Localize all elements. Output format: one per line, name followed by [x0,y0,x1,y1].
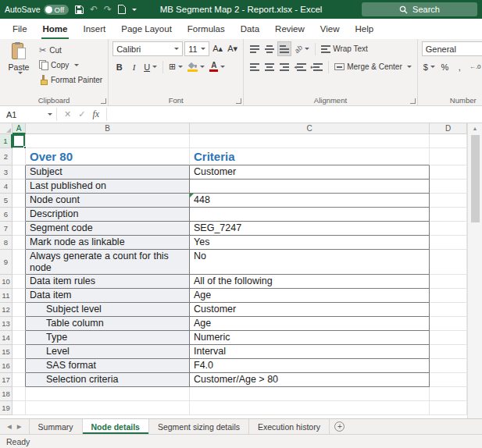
cell-b8[interactable]: Mark node as linkable [26,236,190,250]
cell-a14[interactable] [12,331,26,345]
cell-b15[interactable]: Level [26,345,190,359]
cell-a16[interactable] [12,359,26,373]
wrap-text-button[interactable]: Wrap Text [320,41,370,56]
cell-a9[interactable] [12,250,26,275]
cell-b2[interactable]: Over 80 [26,148,190,165]
cell-b4[interactable]: Last published on [26,180,190,194]
cell-a10[interactable] [12,275,26,289]
fill-color-button[interactable] [186,59,206,74]
column-header-d[interactable]: D [430,123,467,134]
cell-c10[interactable]: All of the following [190,275,430,289]
tab-review[interactable]: Review [267,19,312,39]
cell-a15[interactable] [12,345,26,359]
percent-style-button[interactable]: % [438,59,452,74]
bold-button[interactable]: B [112,59,126,74]
row-header-10[interactable]: 10 [0,275,12,289]
row-header-3[interactable]: 3 [0,165,12,180]
cell-a17[interactable] [12,373,26,387]
cut-button[interactable]: ✂ Cut [37,43,104,57]
column-header-a[interactable]: A [12,123,26,134]
document-button[interactable] [118,2,126,16]
cell-b12[interactable]: Subject level [26,303,190,317]
cell-a2[interactable] [12,148,26,165]
top-align-button[interactable] [248,41,261,56]
name-box[interactable]: A1 [0,106,56,123]
font-name-select[interactable]: Calibri [112,41,183,56]
align-right-button[interactable] [277,59,291,74]
cell-d13[interactable] [430,317,467,331]
new-sheet-button[interactable]: + [330,419,350,434]
decrease-indent-button[interactable]: ◂ [292,59,308,74]
row-header-6[interactable]: 6 [0,208,12,222]
cell-c7[interactable]: SEG_7247 [190,222,430,236]
cell-a8[interactable] [12,236,26,250]
cell-c15[interactable]: Interval [190,345,430,359]
decrease-font-size-button[interactable]: A▾ [226,41,239,56]
row-header-9[interactable]: 9 [0,250,12,275]
fill-handle[interactable] [23,146,27,149]
cell-d5[interactable] [430,194,467,208]
cell-c2[interactable]: Criteria [190,148,430,165]
cell-d18[interactable] [430,387,467,401]
cell-d4[interactable] [430,180,467,194]
cell-b10[interactable]: Data item rules [26,275,190,289]
cell-c3[interactable]: Customer [190,165,430,180]
cell-c8[interactable]: Yes [190,236,430,250]
accounting-format-button[interactable]: $ [422,59,437,74]
cell-a11[interactable] [12,289,26,303]
format-painter-button[interactable]: Format Painter [37,73,104,87]
cell-c14[interactable]: Numeric [190,331,430,345]
cell-d8[interactable] [430,236,467,250]
search-box[interactable]: Search [362,2,477,16]
font-size-select[interactable]: 11 [184,41,209,56]
cell-b19[interactable] [26,401,190,415]
number-format-select[interactable]: General [422,41,482,56]
tab-data[interactable]: Data [233,19,267,39]
cell-c6[interactable] [190,208,430,222]
sheet-tab-segment-sizing-details[interactable]: Segment sizing details [149,419,249,434]
cell-c16[interactable]: F4.0 [190,359,430,373]
undo-button[interactable]: ↶ [90,2,98,16]
cell-b18[interactable] [26,387,190,401]
clipboard-dialog-launcher[interactable] [101,98,106,104]
comma-style-button[interactable]: , [453,59,466,74]
cell-a7[interactable] [12,222,26,236]
tab-file[interactable]: File [5,19,35,39]
row-header-14[interactable]: 14 [0,331,12,345]
cell-c17[interactable]: Customer/Age > 80 [190,373,430,387]
cell-b17[interactable]: Selection criteria [26,373,190,387]
autosave-toggle[interactable]: AutoSave Off [5,5,69,15]
row-header-7[interactable]: 7 [0,222,12,236]
column-header-c[interactable]: C [190,123,430,134]
cell-b9[interactable]: Always generate a count for this node [26,250,190,275]
increase-decimal-button[interactable]: ←.0 [468,59,482,74]
cell-c1[interactable] [190,134,430,148]
cell-d9[interactable] [430,250,467,275]
cell-b6[interactable]: Description [26,208,190,222]
cell-a18[interactable] [12,387,26,401]
row-header-12[interactable]: 12 [0,303,12,317]
select-all-corner[interactable] [0,123,12,134]
cell-d11[interactable] [430,289,467,303]
tab-insert[interactable]: Insert [75,19,113,39]
next-sheet-button[interactable]: ▶ [17,423,22,430]
cell-a1[interactable] [12,134,26,148]
cell-d1[interactable] [430,134,467,148]
cell-d19[interactable] [430,401,467,415]
increase-indent-button[interactable]: ▸ [309,59,325,74]
cell-c11[interactable]: Age [190,289,430,303]
cell-b14[interactable]: Type [26,331,190,345]
scrollbar-thumb[interactable] [471,135,480,222]
center-button[interactable] [262,59,276,74]
font-dialog-launcher[interactable] [236,98,241,104]
cell-c9[interactable]: No [190,250,430,275]
middle-align-button[interactable] [262,41,276,56]
cell-b16[interactable]: SAS format [26,359,190,373]
increase-font-size-button[interactable]: A▴ [211,41,224,56]
row-header-16[interactable]: 16 [0,359,12,373]
sheet-tab-node-details[interactable]: Node details [83,419,149,434]
cell-d2[interactable] [430,148,467,165]
formula-input[interactable] [107,106,482,123]
qat-customize-button[interactable] [132,2,137,16]
previous-sheet-button[interactable]: ◀ [7,423,12,430]
